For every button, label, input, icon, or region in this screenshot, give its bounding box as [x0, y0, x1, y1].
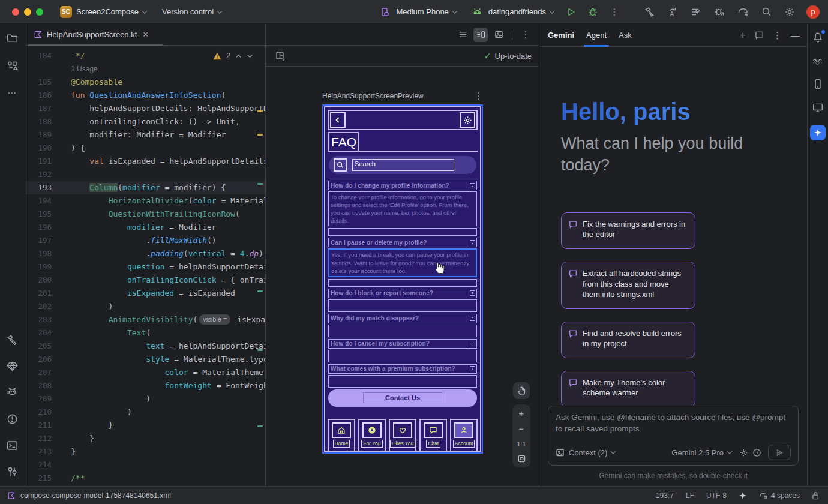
- project-selector[interactable]: SC Screen2Compose: [60, 6, 146, 18]
- code-line[interactable]: 197 .fillMaxWidth(): [25, 234, 265, 247]
- context-selector[interactable]: Context (2): [569, 448, 607, 457]
- nav-item-likes-you[interactable]: Likes You: [389, 419, 416, 452]
- code-line[interactable]: 208 fontWeight = FontWeigh: [25, 379, 265, 392]
- bookmarks-icon[interactable]: [7, 466, 19, 478]
- code-line[interactable]: 214: [25, 458, 265, 472]
- statusbar-file[interactable]: compose-compose-model-1758748140651.xml: [20, 491, 171, 500]
- gemini-input-box[interactable]: Ask Gemini, use @filename to attach sour…: [548, 406, 799, 466]
- faq-question[interactable]: Why did my match disappear?: [328, 314, 477, 323]
- notifications-icon[interactable]: [812, 31, 824, 43]
- preview-item-options-icon[interactable]: ⋮: [474, 91, 483, 101]
- preview-layout-icon[interactable]: [273, 49, 287, 63]
- more-tool-windows-icon[interactable]: ⋯: [7, 87, 19, 99]
- hide-panel-icon[interactable]: —: [791, 30, 800, 40]
- project-tool-icon[interactable]: [7, 32, 19, 44]
- nav-item-home[interactable]: Home: [328, 419, 355, 452]
- indent-setting[interactable]: 4 spaces: [759, 491, 800, 500]
- nav-item-chat[interactable]: Chat: [419, 419, 447, 452]
- phone-preview[interactable]: FAQ Search How do I change my profile in…: [322, 104, 483, 454]
- prev-issue-icon[interactable]: [235, 53, 242, 59]
- editor-tab[interactable]: HelpAndSupportScreen.kt ✕: [25, 24, 155, 45]
- code-line[interactable]: 213}: [25, 445, 265, 458]
- split-view-button[interactable]: [473, 28, 488, 42]
- search-input[interactable]: Search: [352, 159, 454, 171]
- next-issue-icon[interactable]: [247, 53, 253, 59]
- code-line[interactable]: 211 }: [25, 419, 265, 432]
- search-bar[interactable]: Search: [329, 156, 476, 174]
- expand-icon[interactable]: [470, 341, 475, 346]
- profiler-button[interactable]: [713, 5, 726, 19]
- vcs-menu[interactable]: Version control: [162, 7, 221, 16]
- code-line[interactable]: 212 }: [25, 432, 265, 445]
- code-line[interactable]: 200 onTrailingIconClick = { onTrai: [25, 274, 265, 287]
- line-separator[interactable]: LF: [686, 491, 694, 500]
- faq-question[interactable]: How do I block or report someone?: [328, 289, 477, 298]
- nav-item-for-you[interactable]: For You: [358, 419, 386, 452]
- problems-icon[interactable]: [7, 413, 19, 425]
- code-line[interactable]: 194 HorizontalDivider(color = Material: [25, 194, 265, 208]
- code-line[interactable]: 199 question = helpAndSupportDetai: [25, 260, 265, 274]
- expand-icon[interactable]: [470, 183, 475, 188]
- terminal-icon[interactable]: [7, 439, 19, 451]
- maximize-window-button[interactable]: [36, 8, 43, 16]
- preview-canvas[interactable]: HelpAndSupportScreenPreview ⋮: [266, 67, 539, 486]
- zoom-to-fit-button[interactable]: [518, 455, 526, 463]
- change-stripe-mark[interactable]: [257, 183, 263, 185]
- code-line[interactable]: 187 helpAndSupportDetails: HelpAndSuppor…: [25, 102, 265, 115]
- caret-position[interactable]: 193:7: [656, 491, 674, 500]
- code-lines[interactable]: 184 */1 Usage185@Composable186fun Questi…: [25, 46, 265, 486]
- back-button[interactable]: [330, 112, 346, 128]
- code-line[interactable]: 205 text = helpAndSupportDetai: [25, 340, 265, 353]
- code-line[interactable]: 188 onTrailingIconClick: () -> Unit,: [25, 115, 265, 128]
- change-stripe-mark[interactable]: [257, 290, 263, 292]
- minimize-window-button[interactable]: [24, 8, 31, 16]
- usage-inlay-hint[interactable]: 1 Usage: [71, 65, 98, 73]
- search-everywhere-button[interactable]: [760, 5, 773, 19]
- code-line[interactable]: 207 color = MaterialTheme.: [25, 366, 265, 379]
- todo-list-button[interactable]: [689, 5, 703, 19]
- attach-image-icon[interactable]: [556, 448, 565, 457]
- code-line[interactable]: 196 modifier = Modifier: [25, 221, 265, 234]
- code-line[interactable]: 191 val isExpanded = helpAndSupportDetai…: [25, 155, 265, 168]
- code-line[interactable]: 186fun QuestionAndAnswerInfoSection(: [25, 89, 265, 102]
- more-actions-icon[interactable]: ⋮: [608, 5, 621, 19]
- suggestion-card[interactable]: Fix the warnings and errors in the edito…: [561, 212, 695, 249]
- model-selector[interactable]: Gemini 2.5 Pro: [671, 448, 724, 457]
- suggestion-card[interactable]: Find and resolve build errors in my proj…: [561, 322, 695, 358]
- expand-icon[interactable]: [470, 366, 475, 371]
- code-line[interactable]: 206 style = MaterialTheme.typo: [25, 353, 265, 366]
- code-line[interactable]: 193 Column(modifier = modifier) {: [25, 181, 265, 194]
- change-stripe-mark[interactable]: [257, 425, 263, 427]
- chat-history-icon[interactable]: [755, 31, 764, 40]
- device-selector[interactable]: Medium Phone: [379, 5, 456, 19]
- send-button[interactable]: [768, 445, 791, 460]
- zoom-in-button[interactable]: +: [519, 409, 524, 418]
- preview-title[interactable]: HelpAndSupportScreenPreview: [322, 92, 424, 100]
- app-inspection-icon[interactable]: [7, 360, 19, 372]
- new-chat-icon[interactable]: +: [740, 29, 746, 41]
- code-line[interactable]: 201 isExpanded = isExpanded: [25, 287, 265, 300]
- resource-manager-icon[interactable]: [7, 59, 19, 71]
- code-line[interactable]: 209 ): [25, 392, 265, 406]
- suggestion-card[interactable]: Extract all hardcoded strings from this …: [561, 262, 695, 309]
- gemini-options-icon[interactable]: ⋮: [773, 30, 782, 41]
- build-tool-icon[interactable]: [7, 334, 19, 346]
- tab-ask[interactable]: Ask: [619, 24, 632, 47]
- settings-button-phone[interactable]: [460, 112, 475, 128]
- pan-tool-button[interactable]: [513, 382, 530, 399]
- zoom-out-button[interactable]: −: [519, 425, 524, 433]
- file-encoding[interactable]: UTF-8: [706, 491, 727, 500]
- code-line[interactable]: 203 AnimatedVisibility(visible = isExpan: [25, 313, 265, 326]
- faq-question[interactable]: What comes with a premium subscription?: [328, 364, 477, 374]
- gradle-sync-button[interactable]: [736, 5, 749, 19]
- settings-button[interactable]: [783, 5, 796, 19]
- code-line[interactable]: 1 Usage: [25, 62, 265, 76]
- gemini-settings-icon[interactable]: [739, 448, 748, 457]
- expand-icon[interactable]: [470, 290, 475, 296]
- code-line[interactable]: 202 ): [25, 300, 265, 313]
- unlock-icon[interactable]: [812, 491, 820, 500]
- close-tab-icon[interactable]: ✕: [142, 30, 149, 39]
- suggestion-card[interactable]: Make my Theme's color scheme warmer: [561, 371, 695, 406]
- code-line[interactable]: 204 Text(: [25, 326, 265, 340]
- nav-item-account[interactable]: Account: [450, 419, 478, 452]
